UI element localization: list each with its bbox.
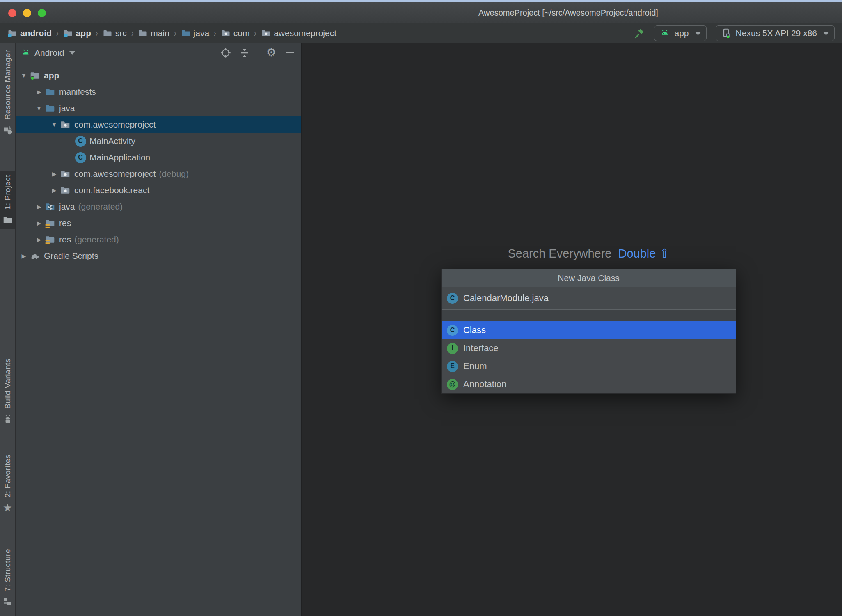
phone-icon — [721, 28, 732, 39]
tree-row-com-awesomeproject[interactable]: ▶com.awesomeproject(debug) — [16, 166, 301, 182]
kind-option-class[interactable]: CClass — [442, 321, 736, 339]
tree-label: com.facebook.react — [74, 185, 149, 195]
tree-row-res[interactable]: ▶res — [16, 215, 301, 231]
expand-right-icon[interactable]: ▶ — [34, 89, 44, 95]
kind-list: CClassIInterfaceEEnum@Annotation — [442, 321, 736, 393]
chevron-down-icon[interactable] — [69, 51, 75, 55]
tree-row-mainapplication[interactable]: CMainApplication — [16, 149, 301, 166]
stripe-label: 2: Favorites — [3, 454, 12, 497]
main-area: Resource Manager1: ProjectBuild Variants… — [0, 43, 842, 616]
tree-row-mainactivity[interactable]: CMainActivity — [16, 133, 301, 149]
expand-right-icon[interactable]: ▶ — [49, 187, 59, 194]
tree-label: java — [59, 202, 75, 212]
stripe-button-build-variants[interactable]: Build Variants — [0, 354, 15, 429]
kind-label: Annotation — [463, 379, 506, 390]
tree-label: com.awesomeproject — [74, 169, 156, 179]
class-name-value: CalendarModule.java — [463, 293, 549, 303]
package-icon — [60, 169, 71, 179]
device-select[interactable]: Nexus 5X API 29 x86 — [716, 25, 835, 41]
project-tree: ▼app▶manifests▼java▼com.awesomeprojectCM… — [16, 62, 301, 264]
settings-gear-icon[interactable]: ⚙ — [265, 47, 277, 59]
class-icon: C — [75, 136, 86, 146]
tree-row-manifests[interactable]: ▶manifests — [16, 84, 301, 100]
tree-suffix: (generated) — [78, 202, 123, 212]
star-icon: ★ — [2, 502, 13, 513]
class-name-input[interactable]: C CalendarModule.java — [442, 287, 736, 310]
minimize-window-button[interactable] — [23, 9, 31, 17]
breadcrumb-separator: › — [131, 28, 133, 39]
project-view-selector[interactable]: Android — [34, 48, 64, 58]
folder-res-icon — [45, 218, 55, 228]
kind-option-interface[interactable]: IInterface — [442, 339, 736, 357]
collapse-all-icon[interactable] — [239, 47, 250, 59]
stripe-button-resource-manager[interactable]: Resource Manager — [0, 46, 15, 139]
stripe-label: 7: Structure — [3, 549, 12, 591]
window-controls — [8, 9, 46, 17]
expand-right-icon[interactable]: ▶ — [34, 203, 44, 210]
run-toolbar: app Nexus 5X API 29 x86 — [634, 25, 835, 41]
structure-icon — [2, 596, 13, 607]
hide-panel-icon[interactable] — [284, 47, 296, 59]
folder-gen-icon — [45, 201, 55, 212]
kind-option-enum[interactable]: EEnum — [442, 357, 736, 375]
expand-right-icon[interactable]: ▶ — [34, 236, 44, 243]
tree-row-res[interactable]: ▶res(generated) — [16, 231, 301, 248]
expand-right-icon[interactable]: ▶ — [34, 220, 44, 226]
hint-text: Search Everywhere — [508, 247, 611, 260]
stripe-button----favorites[interactable]: 2: Favorites★ — [0, 450, 15, 517]
breadcrumb-item-java[interactable]: java — [181, 28, 210, 38]
tree-suffix: (generated) — [74, 235, 119, 244]
stripe-button----project[interactable]: 1: Project — [0, 171, 15, 229]
tree-label: manifests — [59, 87, 96, 97]
search-everywhere-hint: Search EverywhereDouble ⇧ — [441, 246, 736, 260]
tree-row-com-awesomeproject[interactable]: ▼com.awesomeproject — [16, 116, 301, 133]
tree-label: MainApplication — [89, 153, 150, 162]
app-module-icon — [30, 70, 40, 81]
robot-icon — [2, 414, 13, 424]
tree-label: MainActivity — [89, 136, 135, 146]
breadcrumb-item-app[interactable]: app — [63, 28, 91, 38]
tree-row-app[interactable]: ▼app — [16, 67, 301, 84]
expand-down-icon[interactable]: ▼ — [19, 72, 29, 79]
close-window-button[interactable] — [8, 9, 16, 17]
navigation-bar: android›app›src›main›java›com›awesomepro… — [0, 23, 842, 43]
folder-blue-icon — [45, 87, 55, 97]
zoom-window-button[interactable] — [38, 9, 46, 17]
breadcrumb-item-com[interactable]: com — [221, 28, 250, 38]
editor-area: Search EverywhereDouble ⇧ New Java Class… — [302, 43, 842, 616]
kind-label: Class — [463, 325, 486, 335]
folder-blue-icon — [45, 103, 55, 114]
locate-file-icon[interactable] — [220, 47, 231, 59]
tree-row-com-facebook-react[interactable]: ▶com.facebook.react — [16, 182, 301, 198]
expand-down-icon[interactable]: ▼ — [34, 105, 44, 112]
breadcrumb-label: android — [20, 28, 52, 38]
expand-right-icon[interactable]: ▶ — [49, 171, 59, 177]
android-studio-window: AwesomeProject [~/src/AwesomeProject/and… — [0, 0, 842, 616]
stripe-label: Build Variants — [3, 358, 12, 409]
breadcrumb-item-android[interactable]: android — [7, 28, 52, 38]
tool-folder-icon — [2, 214, 13, 225]
tree-row-gradle-scripts[interactable]: ▶Gradle Scripts — [16, 248, 301, 264]
breadcrumb-label: app — [76, 28, 91, 38]
expand-down-icon[interactable]: ▼ — [49, 121, 59, 128]
build-hammer-icon[interactable] — [634, 27, 645, 39]
shapes-icon — [2, 125, 13, 135]
class-icon: C — [447, 325, 458, 336]
enum-icon: E — [447, 361, 458, 372]
tree-row-java[interactable]: ▼java — [16, 100, 301, 116]
hint-shortcut: Double — [618, 247, 656, 260]
stripe-button----structure[interactable]: 7: Structure — [0, 545, 15, 611]
package-icon — [60, 185, 71, 196]
breadcrumb-item-awesomeproject[interactable]: awesomeproject — [261, 28, 336, 38]
run-configuration-select[interactable]: app — [654, 25, 706, 41]
stripe-label: Resource Manager — [3, 50, 12, 120]
tree-label: Gradle Scripts — [44, 251, 98, 261]
breadcrumb-item-main[interactable]: main — [138, 28, 169, 38]
chevron-down-icon — [823, 32, 829, 35]
breadcrumb-item-src[interactable]: src — [103, 28, 127, 38]
popup-title: New Java Class — [442, 269, 736, 287]
project-tool-window: Android ⚙ ▼app▶manifests▼java▼com.awesom… — [16, 43, 302, 616]
tree-row-java[interactable]: ▶java(generated) — [16, 198, 301, 215]
expand-right-icon[interactable]: ▶ — [19, 253, 29, 259]
kind-option-annotation[interactable]: @Annotation — [442, 375, 736, 393]
